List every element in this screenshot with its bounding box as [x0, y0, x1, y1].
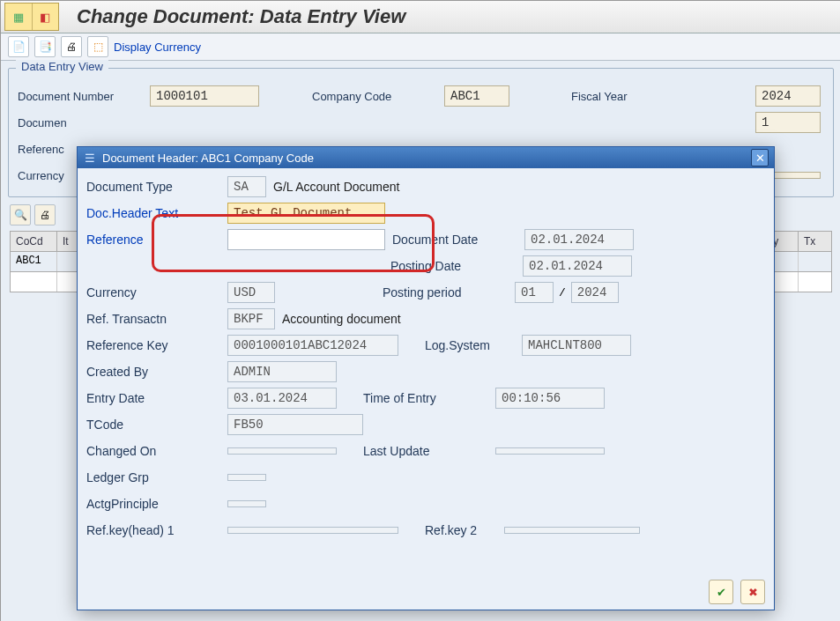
company-code-label: Company Code — [312, 90, 444, 103]
entry-time-field[interactable]: 00:10:56 — [495, 388, 605, 409]
tcode-field[interactable]: FB50 — [227, 414, 363, 435]
currency-label: Currency — [86, 285, 227, 299]
document-header-dialog: ☰ Document Header: ABC1 Company Code ✕ D… — [77, 146, 775, 610]
app-toolbar: 📄 📑 🖨 ⬚ Display Currency — [1, 33, 840, 61]
post-period-label: Posting period — [383, 285, 515, 299]
refkey2-label: Ref.key 2 — [425, 523, 504, 537]
doc-number-label: Document Number — [18, 90, 150, 103]
created-by-label: Created By — [86, 365, 227, 379]
window-icon-1[interactable]: ▦ — [5, 4, 33, 30]
ref-tx-desc: Accounting document — [282, 312, 401, 326]
ref-tx-label: Ref. Transactn — [86, 312, 227, 326]
post-period-m[interactable]: 01 — [515, 282, 554, 303]
toolbar-btn-1[interactable]: 📄 — [8, 36, 29, 57]
reference-input[interactable] — [227, 229, 385, 250]
currency-bg-field[interactable] — [773, 172, 821, 179]
post-date-field[interactable]: 02.01.2024 — [523, 255, 632, 277]
ok-button[interactable]: ✔ — [709, 580, 733, 604]
changed-on-field[interactable] — [227, 447, 337, 455]
fiscal-year-label: Fiscal Year — [571, 90, 668, 103]
extra-field[interactable]: 1 — [755, 112, 821, 133]
tcode-label: TCode — [86, 418, 227, 432]
reference-label[interactable]: Reference — [86, 233, 227, 247]
changed-on-label: Changed On — [86, 444, 227, 458]
doc-date-label: Document Date — [392, 233, 524, 247]
ref-tx-field[interactable]: BKPF — [227, 308, 275, 329]
log-sys-field[interactable]: MAHCLNT800 — [522, 335, 631, 356]
page-title: Change Document: Data Entry View — [77, 5, 405, 28]
doc-type-desc: G/L Account Document — [273, 180, 399, 194]
company-code-field[interactable]: ABC1 — [444, 85, 509, 107]
dialog-title: Document Header: ABC1 Company Code — [102, 152, 314, 165]
refkey2-field[interactable] — [504, 527, 640, 534]
document-lbl-cut: Documen — [18, 116, 150, 129]
post-period-y[interactable]: 2024 — [571, 282, 619, 303]
col-cocd[interactable]: CoCd — [11, 232, 57, 251]
refkey1-field[interactable] — [227, 527, 398, 534]
close-icon[interactable]: ✕ — [751, 149, 769, 166]
last-update-label: Last Update — [363, 444, 495, 458]
refkey1-label: Ref.key(head) 1 — [86, 523, 227, 537]
actg-field[interactable] — [227, 500, 266, 507]
entry-time-label: Time of Entry — [363, 391, 495, 405]
entry-date-field[interactable]: 03.01.2024 — [227, 388, 337, 409]
toolbar-btn-2[interactable]: 📑 — [34, 36, 56, 57]
doc-number-field[interactable]: 1000101 — [150, 85, 259, 107]
group-title: Data Entry View — [16, 60, 108, 73]
currency-icon[interactable]: ⬚ — [87, 36, 108, 57]
last-update-field[interactable] — [495, 447, 605, 455]
ledger-grp-label: Ledger Grp — [86, 470, 227, 484]
ref-key-field[interactable]: 0001000101ABC12024 — [227, 335, 398, 356]
log-sys-label: Log.System — [425, 338, 522, 352]
ref-key-label: Reference Key — [86, 338, 227, 352]
doc-type-field[interactable]: SA — [227, 176, 266, 197]
window-icons[interactable]: ▦ ◧ — [4, 3, 59, 31]
dialog-footer: ✔ ✖ — [709, 580, 765, 604]
actg-label: ActgPrinciple — [86, 497, 227, 511]
doc-date-field[interactable]: 02.01.2024 — [524, 229, 634, 250]
header-text-input[interactable]: Test GL Document — [227, 203, 385, 224]
created-by-field[interactable]: ADMIN — [227, 361, 337, 382]
ledger-grp-field[interactable] — [227, 474, 266, 481]
print-icon[interactable]: 🖨 — [61, 36, 82, 57]
dialog-icon: ☰ — [83, 151, 97, 165]
entry-date-label: Entry Date — [86, 391, 227, 405]
header-text-label[interactable]: Doc.Header Text — [86, 206, 227, 220]
cancel-button[interactable]: ✖ — [740, 580, 765, 604]
doc-type-label: Document Type — [86, 180, 227, 194]
display-currency-link[interactable]: Display Currency — [114, 41, 201, 54]
col-tx[interactable]: Tx — [799, 232, 831, 251]
grid-btn-1[interactable]: 🔍 — [10, 204, 31, 225]
title-bar: ▦ ◧ Change Document: Data Entry View — [1, 1, 840, 33]
window-icon-2[interactable]: ◧ — [33, 4, 59, 30]
post-date-label: Posting Date — [390, 259, 523, 273]
dialog-titlebar: ☰ Document Header: ABC1 Company Code ✕ — [78, 147, 774, 168]
currency-field[interactable]: USD — [227, 282, 275, 303]
fiscal-year-field[interactable]: 2024 — [755, 85, 821, 107]
grid-btn-2[interactable]: 🖨 — [34, 204, 56, 225]
